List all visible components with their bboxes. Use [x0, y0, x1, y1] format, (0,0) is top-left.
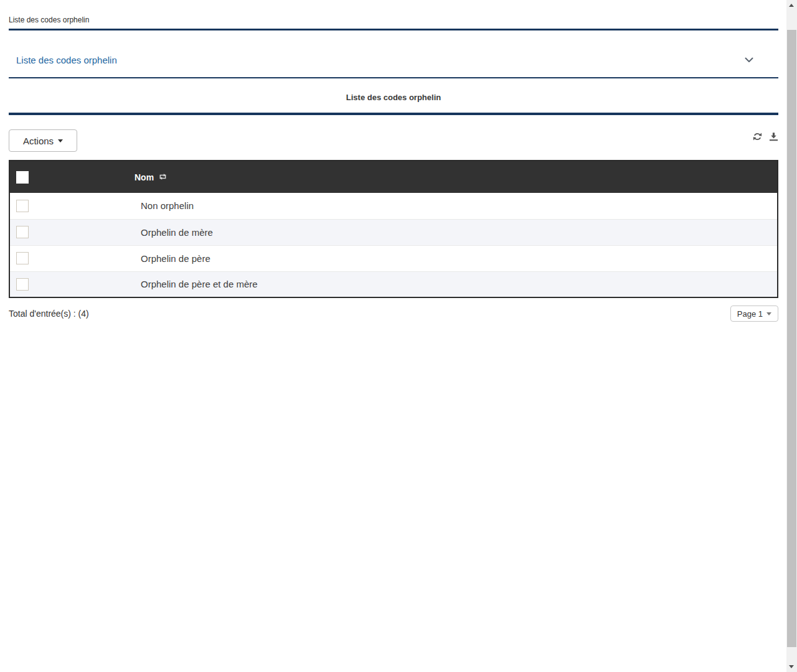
table-header-row: Nom — [9, 161, 778, 193]
download-icon[interactable] — [769, 132, 778, 141]
grid-footer: Total d'entrée(s) : (4) Page 1 — [9, 306, 778, 322]
column-header-nom[interactable]: Nom — [134, 172, 167, 182]
select-all-checkbox[interactable] — [16, 171, 29, 184]
section-title-bar: Liste des codes orphelin — [9, 91, 778, 115]
breadcrumb-bar: Liste des codes orphelin — [9, 0, 778, 30]
row-checkbox[interactable] — [16, 278, 29, 291]
table-row[interactable]: Orphelin de mère — [9, 219, 778, 245]
caret-down-icon — [766, 312, 771, 315]
grid-toolbar: Actions — [9, 129, 778, 152]
scrollbar-thumb[interactable] — [787, 30, 796, 647]
row-name: Orphelin de père et de mère — [134, 271, 778, 297]
row-checkbox[interactable] — [16, 252, 29, 264]
table-row[interactable]: Orphelin de père — [9, 245, 778, 271]
row-name: Non orphelin — [134, 193, 778, 219]
scroll-up-arrow-icon[interactable] — [789, 4, 794, 7]
actions-button-label: Actions — [23, 136, 54, 146]
column-header-nom-label: Nom — [134, 172, 154, 182]
breadcrumb: Liste des codes orphelin — [9, 16, 89, 24]
page-title: Liste des codes orphelin — [346, 93, 441, 102]
scroll-down-arrow-icon[interactable] — [789, 665, 794, 668]
row-name: Orphelin de père — [134, 245, 778, 271]
page-content: Liste des codes orphelin Liste des codes… — [9, 0, 778, 322]
header-select-all-cell — [9, 161, 134, 193]
chevron-down-icon[interactable] — [745, 57, 753, 63]
page-selector-label: Page 1 — [737, 309, 763, 319]
vertical-scrollbar[interactable] — [786, 0, 797, 672]
grid-toolbar-icons — [753, 132, 778, 141]
sort-icon[interactable] — [158, 172, 167, 182]
accordion-header[interactable]: Liste des codes orphelin — [9, 39, 778, 78]
refresh-icon[interactable] — [753, 132, 762, 141]
codes-orphelin-table: Nom Non orpheli — [9, 160, 778, 298]
total-entries-label: Total d'entrée(s) : (4) — [9, 309, 89, 319]
row-checkbox[interactable] — [16, 200, 29, 212]
header-nom-cell: Nom — [134, 161, 778, 193]
caret-down-icon — [58, 139, 63, 142]
accordion-title: Liste des codes orphelin — [16, 55, 117, 65]
table-row[interactable]: Non orphelin — [9, 193, 778, 219]
row-checkbox[interactable] — [16, 226, 29, 238]
row-name: Orphelin de mère — [134, 219, 778, 245]
page-selector-button[interactable]: Page 1 — [730, 306, 778, 322]
table-row[interactable]: Orphelin de père et de mère — [9, 271, 778, 297]
actions-button[interactable]: Actions — [9, 129, 77, 152]
